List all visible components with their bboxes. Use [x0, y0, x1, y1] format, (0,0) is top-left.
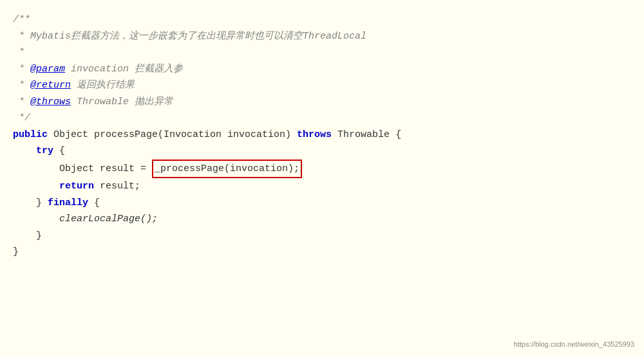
at-return: @return	[30, 77, 71, 94]
code-result: result;	[94, 178, 140, 195]
comment-close: */	[13, 110, 30, 127]
code-line-13: clearLocalPage();	[13, 211, 631, 228]
comment-return-text: 返回执行结果	[71, 77, 135, 94]
code-line-3: *	[13, 44, 631, 61]
code-line-15: }	[13, 244, 631, 261]
highlight-process-page: _processPage(invocation);	[152, 160, 302, 179]
keyword-public: public	[13, 127, 48, 143]
keyword-throws: throws	[297, 127, 332, 143]
comment-open: /**	[13, 12, 30, 28]
code-container: /** * Mybatis拦截器方法，这一步嵌套为了在出现异常时也可以清空Thr…	[0, 0, 644, 357]
indent-2c	[13, 211, 59, 228]
code-brace-close-try: }	[36, 195, 48, 212]
code-line-8: public Object processPage(Invocation inv…	[13, 127, 631, 143]
code-clear-local: clearLocalPage();	[59, 211, 158, 228]
watermark: https://blog.csdn.net/weixin_43525993	[514, 338, 634, 351]
comment-param-text: invocation 拦截器入参	[65, 61, 183, 78]
indent-2	[13, 161, 59, 178]
comment-throws-text: Throwable 抛出异常	[71, 94, 173, 111]
keyword-finally: finally	[48, 195, 88, 212]
comment-param-prefix: *	[13, 61, 30, 78]
code-line-14: }	[13, 228, 631, 244]
code-brace-open: {	[53, 143, 65, 160]
comment-desc: * Mybatis拦截器方法，这一步嵌套为了在出现异常时也可以清空ThreadL…	[13, 28, 366, 45]
code-brace-close-finally: }	[36, 228, 42, 244]
at-param: @param	[30, 61, 65, 78]
code-line-11: return result;	[13, 178, 631, 195]
keyword-return: return	[59, 178, 94, 195]
code-finally-brace: {	[88, 195, 100, 212]
code-line-10: Object result = _processPage(invocation)…	[13, 160, 631, 179]
code-line-2: * Mybatis拦截器方法，这一步嵌套为了在出现异常时也可以清空ThreadL…	[13, 28, 631, 45]
code-line-7: */	[13, 110, 631, 127]
code-brace-close-method: }	[13, 244, 19, 261]
code-process-call: _processPage(invocation);	[155, 163, 299, 174]
code-line-9: try {	[13, 143, 631, 160]
code-object: Object processPage(Invocation invocation…	[48, 127, 297, 143]
comment-throws-prefix: *	[13, 94, 30, 111]
comment-empty: *	[13, 44, 24, 61]
code-object-result: Object result =	[59, 161, 152, 178]
indent-1	[13, 143, 36, 160]
code-line-1: /**	[13, 12, 631, 28]
comment-return-prefix: *	[13, 77, 30, 94]
at-throws: @throws	[30, 94, 71, 111]
indent-1c	[13, 228, 36, 244]
code-line-4: * @param invocation 拦截器入参	[13, 61, 631, 78]
indent-1b	[13, 195, 36, 212]
code-line-5: * @return 返回执行结果	[13, 77, 631, 94]
indent-2b	[13, 178, 59, 195]
code-line-12: } finally {	[13, 195, 631, 212]
keyword-try: try	[36, 143, 53, 160]
code-line-6: * @throws Throwable 抛出异常	[13, 94, 631, 111]
code-throwable: Throwable {	[332, 127, 401, 143]
